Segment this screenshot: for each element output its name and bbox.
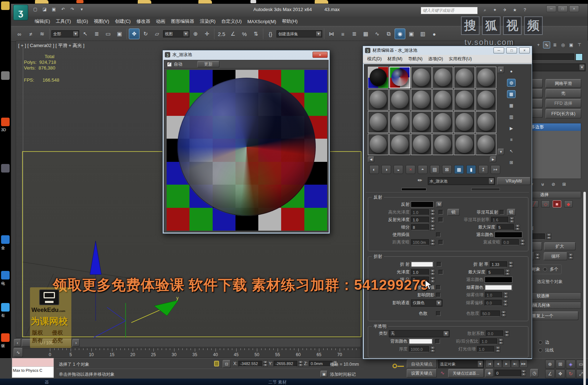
back-color-checkbox[interactable]	[435, 339, 440, 344]
thickness-spinner[interactable]: ▲▼	[430, 346, 435, 353]
preview-multiple-radio[interactable]	[543, 267, 547, 271]
show-end-result-icon[interactable]: ▮	[466, 165, 476, 174]
material-id-channel-icon[interactable]: ⊠	[442, 165, 452, 174]
use-pivot-point-center-icon[interactable]: ⊕	[190, 29, 201, 39]
set-key-button[interactable]: 设置关键点	[407, 369, 437, 378]
edit-named-selection-sets-icon[interactable]: {}	[265, 29, 276, 39]
current-frame-field[interactable]: 0	[495, 370, 521, 377]
render-preview-window[interactable]: ʒ 水_游泳池 × ✓ 自动 更新	[162, 50, 330, 234]
unlink-selection-icon[interactable]: ≠	[25, 29, 36, 39]
desktop-shortcut-4[interactable]	[1, 235, 10, 244]
qat-dropdown-icon[interactable]: ▾	[77, 5, 86, 13]
menu-item-8[interactable]: 渲染(R)	[197, 17, 218, 26]
select-by-name-icon[interactable]: ≣	[91, 29, 102, 39]
ior-spinner[interactable]: ▲▼	[508, 261, 513, 268]
maxscript-mini-listener[interactable]: Max to Physcs C	[12, 358, 54, 378]
selection-filter-dropdown[interactable]: 全部▼	[51, 30, 79, 37]
fresnel-ior-spinner[interactable]: ▲▼	[510, 217, 514, 223]
go-to-end-button[interactable]: ▶▶	[519, 360, 528, 368]
listener-text[interactable]: Max to Physcs C	[12, 367, 54, 374]
selection-lock-icon[interactable]	[214, 361, 219, 366]
refr-maxdepth-spinner[interactable]: ▲▼	[505, 269, 510, 276]
ior-field[interactable]: 1.33	[490, 261, 507, 267]
isolate-selection-icon[interactable]: ▣	[320, 371, 328, 377]
update-button[interactable]: 更新	[197, 61, 219, 67]
element-subobject-icon[interactable]: ◆	[564, 200, 573, 207]
graphite-modeling-icon[interactable]: ▦	[360, 29, 371, 39]
layer-manager-icon[interactable]: ≣	[349, 29, 360, 39]
sample-slot-1[interactable]	[389, 67, 410, 88]
sample-slot-5[interactable]	[476, 67, 496, 88]
infocenter-search[interactable]: 键入关键字或短语	[421, 7, 478, 14]
titlebar[interactable]: ʒ ▢◪▣↶↷▾ Autodesk 3ds Max 2012 x64 43.ma…	[11, 4, 588, 17]
scatter-field[interactable]: 0.0	[486, 330, 503, 337]
spinner-snap-toggle-icon[interactable]: ⇅	[250, 29, 261, 39]
sample-slot-13[interactable]	[389, 111, 410, 133]
dropdown-arrow-icon[interactable]: ▼	[443, 331, 449, 337]
thickness-field[interactable]: 1000.0	[409, 346, 429, 352]
reference-coordinate-dropdown[interactable]: 视图▼	[163, 30, 189, 37]
refract-color-swatch[interactable]	[411, 262, 433, 267]
sample-slot-6[interactable]	[368, 89, 389, 111]
sample-slot-20[interactable]	[411, 134, 432, 155]
material-name-dropdown[interactable]: 水_游泳池▼	[428, 177, 495, 185]
menu-item-4[interactable]: 实用程序(U)	[446, 55, 475, 63]
hilight-gloss-spinner[interactable]: ▲▼	[430, 209, 435, 216]
mini-curve-editor-button[interactable]: ∿	[14, 348, 23, 357]
glossiness-lock-button[interactable]: 锁	[447, 209, 460, 216]
dropdown-arrow-icon[interactable]: ▼	[73, 31, 78, 37]
time-slider-next-button[interactable]: ›	[72, 339, 80, 346]
menu-item-6[interactable]: 动画	[153, 17, 168, 26]
loop-button[interactable]: 循环	[544, 252, 567, 260]
tab-motion-icon[interactable]: ◎	[559, 41, 567, 48]
me-minimize-button[interactable]: ─	[493, 47, 504, 53]
slots-scroll-down[interactable]: ▼	[498, 149, 504, 155]
sample-slot-19[interactable]	[389, 134, 410, 155]
tab-modify-icon[interactable]: ∿	[543, 41, 550, 48]
zoom-extents-selected-icon[interactable]: ◈	[566, 360, 576, 369]
material-editor-titlebar[interactable]: ʒ 材质编辑器 - 水_游泳池 ─ □ ×	[363, 46, 532, 55]
affect-shadows-checkbox[interactable]	[436, 293, 441, 297]
select-and-manipulate-icon[interactable]: ✛	[202, 29, 212, 39]
rectangular-selection-region-icon[interactable]: ▭	[103, 29, 113, 39]
select-and-link-icon[interactable]: ∞	[14, 29, 25, 39]
curve-editor-icon[interactable]: ∿	[372, 29, 382, 39]
angle-snap-toggle-icon[interactable]: ∠	[228, 29, 238, 39]
refr-exit-color-swatch[interactable]	[485, 277, 512, 282]
desktop-shortcut-2[interactable]	[1, 118, 10, 126]
menu-item-5[interactable]: 修改器	[133, 17, 153, 26]
communication-center-icon[interactable]: ✈	[501, 6, 509, 14]
menu-item-9[interactable]: 自定义(U)	[218, 17, 244, 26]
sample-type-icon[interactable]: ●	[507, 67, 516, 75]
menu-item-4[interactable]: 创建(C)	[112, 17, 133, 26]
render-setup-icon[interactable]: ▣	[406, 29, 417, 39]
menu-item-0[interactable]: 编辑(E)	[32, 17, 53, 26]
x-spinner[interactable]: ▲▼	[263, 360, 268, 367]
dim-fall-spinner[interactable]: ▲▼	[520, 239, 525, 246]
sample-slot-0[interactable]	[368, 67, 389, 88]
sample-slot-22[interactable]	[454, 134, 475, 155]
z-field[interactable]: 0.0mm	[309, 361, 332, 367]
x-field[interactable]: -3482.552	[238, 361, 262, 367]
sample-slot-8[interactable]	[411, 89, 432, 111]
desktop-app-icon[interactable]	[250, 0, 256, 3]
set-key-wave-icon[interactable]: ∿	[438, 370, 447, 376]
me-maximize-button[interactable]: □	[506, 47, 517, 53]
light-mult-field[interactable]: 1.0	[477, 346, 494, 352]
time-configuration-button[interactable]: ◷	[530, 369, 538, 377]
key-filters-button[interactable]: 关键点过滤器...	[448, 369, 484, 378]
slots-scroll-up[interactable]: ▲	[498, 67, 504, 73]
fresnel-ior-field[interactable]: 1.6	[491, 217, 508, 223]
fog-bias-field[interactable]: 0.0	[485, 300, 502, 306]
refl-gloss-field[interactable]: 1.0	[411, 217, 429, 223]
dim-dist-spinner[interactable]: ▲▼	[430, 239, 435, 246]
trans-type-dropdown[interactable]: 无▼	[389, 330, 450, 337]
go-to-parent-icon[interactable]: ↥	[478, 165, 488, 174]
render-window-titlebar[interactable]: ʒ 水_游泳池 ×	[163, 50, 330, 59]
material-editor-options-icon[interactable]: ≡	[507, 136, 516, 144]
taskbar-item[interactable]: 器	[45, 379, 49, 385]
dispersion-checkbox[interactable]	[436, 311, 441, 316]
panel-scrollbar[interactable]	[583, 192, 586, 385]
maximize-button[interactable]: □	[558, 5, 568, 12]
sample-slot-3[interactable]	[432, 67, 453, 88]
